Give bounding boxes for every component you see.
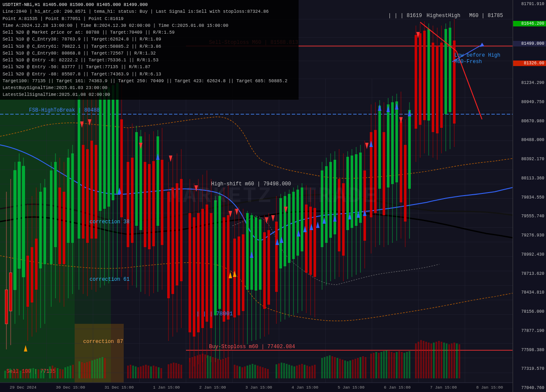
svg-rect-340 bbox=[142, 366, 144, 378]
svg-rect-165 bbox=[279, 198, 282, 268]
svg-rect-316 bbox=[57, 368, 58, 378]
svg-rect-441 bbox=[433, 343, 435, 378]
info-line-13: LatestSellSignalTime:2025.01.08 02:00:00 bbox=[3, 91, 296, 98]
svg-rect-398 bbox=[311, 366, 313, 378]
svg-rect-417 bbox=[365, 357, 366, 378]
svg-rect-436 bbox=[420, 340, 422, 378]
svg-rect-427 bbox=[393, 353, 395, 378]
svg-rect-323 bbox=[78, 361, 80, 378]
svg-rect-415 bbox=[360, 357, 361, 378]
svg-rect-305 bbox=[25, 369, 26, 378]
svg-rect-304 bbox=[22, 370, 24, 378]
svg-rect-386 bbox=[281, 363, 282, 378]
svg-rect-362 bbox=[209, 356, 211, 378]
svg-rect-334 bbox=[127, 366, 129, 378]
svg-rect-420 bbox=[375, 352, 377, 378]
svg-rect-356 bbox=[194, 356, 196, 378]
svg-text:FSB-HighToBreak | 80488: FSB-HighToBreak | 80488 bbox=[29, 107, 100, 113]
svg-rect-95 bbox=[116, 83, 119, 194]
svg-rect-308 bbox=[32, 368, 34, 378]
info-line-12: LatestBuySignalTime:2025.01.03 23:00:00 bbox=[3, 84, 296, 91]
svg-rect-361 bbox=[207, 355, 209, 378]
svg-rect-61 bbox=[39, 192, 42, 268]
svg-rect-367 bbox=[222, 359, 224, 378]
svg-rect-51 bbox=[18, 162, 20, 268]
svg-rect-411 bbox=[349, 360, 351, 378]
svg-rect-121 bbox=[176, 183, 178, 285]
svg-rect-366 bbox=[220, 360, 221, 378]
svg-rect-400 bbox=[321, 358, 323, 378]
info-line-6: Sell %10 @ C_Entry61: 79822.1 || Target:… bbox=[3, 43, 296, 50]
svg-rect-311 bbox=[40, 370, 42, 378]
svg-rect-300 bbox=[12, 371, 14, 378]
svg-rect-450 bbox=[456, 343, 458, 378]
price-level-19: 77598.380 bbox=[513, 348, 546, 352]
time-label-7: 4 Jan 15:00 bbox=[292, 385, 319, 390]
svg-rect-451 bbox=[459, 344, 460, 378]
svg-rect-141 bbox=[223, 217, 225, 322]
svg-rect-53 bbox=[22, 166, 25, 277]
svg-rect-227 bbox=[419, 33, 421, 125]
info-panel: USDTIRT-NBi,H1 81405.000 81500.000 81405… bbox=[0, 0, 299, 100]
svg-rect-428 bbox=[396, 352, 398, 378]
svg-rect-446 bbox=[446, 343, 447, 378]
svg-rect-392 bbox=[296, 366, 298, 378]
svg-rect-357 bbox=[197, 355, 198, 378]
svg-rect-410 bbox=[347, 361, 349, 378]
svg-rect-443 bbox=[438, 341, 440, 378]
svg-rect-161 bbox=[267, 230, 270, 305]
svg-rect-75 bbox=[71, 153, 74, 243]
svg-rect-371 bbox=[236, 366, 238, 378]
svg-rect-155 bbox=[255, 217, 257, 291]
svg-rect-57 bbox=[31, 247, 33, 303]
ohlc-open: 81405.000 bbox=[43, 2, 67, 7]
ohlc-low: 81405.000 bbox=[97, 2, 121, 7]
svg-rect-107 bbox=[144, 162, 146, 247]
info-line-3: Time A:2024.12.28 13:00:00 | Time B:2024… bbox=[3, 22, 296, 29]
price-level-4: 81326.00 bbox=[513, 61, 546, 66]
svg-rect-55 bbox=[26, 256, 29, 307]
svg-rect-402 bbox=[326, 356, 328, 378]
svg-rect-348 bbox=[168, 364, 169, 378]
price-level-21: 77040.760 bbox=[513, 386, 546, 390]
svg-text:| | | 81619: | | | 81619 bbox=[388, 13, 422, 19]
svg-rect-109 bbox=[148, 164, 151, 249]
svg-rect-185 bbox=[325, 166, 328, 243]
svg-rect-390 bbox=[291, 366, 293, 378]
svg-rect-335 bbox=[130, 365, 131, 378]
svg-rect-187 bbox=[329, 162, 332, 238]
svg-rect-63 bbox=[44, 187, 46, 264]
svg-rect-89 bbox=[103, 89, 106, 209]
svg-rect-310 bbox=[38, 369, 39, 378]
svg-rect-211 bbox=[383, 132, 385, 215]
svg-rect-376 bbox=[249, 365, 251, 378]
svg-rect-147 bbox=[238, 236, 240, 315]
svg-rect-435 bbox=[418, 342, 419, 378]
svg-rect-397 bbox=[309, 366, 311, 378]
svg-rect-241 bbox=[449, 28, 451, 112]
svg-rect-79 bbox=[82, 145, 84, 239]
price-level-14: 78992.430 bbox=[513, 252, 546, 257]
svg-rect-326 bbox=[86, 362, 88, 378]
svg-rect-395 bbox=[304, 365, 305, 378]
svg-rect-217 bbox=[395, 101, 398, 182]
svg-rect-319 bbox=[64, 367, 66, 378]
svg-rect-445 bbox=[443, 343, 445, 378]
svg-rect-197 bbox=[351, 156, 353, 228]
time-label-8: 5 Jan 15:00 bbox=[338, 385, 365, 390]
svg-rect-69 bbox=[58, 187, 61, 264]
svg-rect-175 bbox=[301, 187, 303, 251]
svg-rect-235 bbox=[436, 46, 439, 133]
svg-rect-438 bbox=[425, 342, 427, 378]
time-label-9: 6 Jan 15:00 bbox=[384, 385, 411, 390]
svg-rect-416 bbox=[362, 356, 364, 378]
svg-rect-449 bbox=[453, 343, 455, 378]
svg-rect-372 bbox=[239, 366, 241, 378]
svg-rect-425 bbox=[388, 351, 390, 378]
svg-rect-344 bbox=[153, 366, 154, 378]
svg-rect-139 bbox=[218, 196, 221, 309]
svg-rect-355 bbox=[192, 357, 193, 378]
svg-rect-347 bbox=[160, 368, 162, 378]
info-line-9: Sell %20 @ Entry -50: 83777 || Target:77… bbox=[3, 63, 296, 70]
svg-rect-360 bbox=[204, 355, 206, 378]
